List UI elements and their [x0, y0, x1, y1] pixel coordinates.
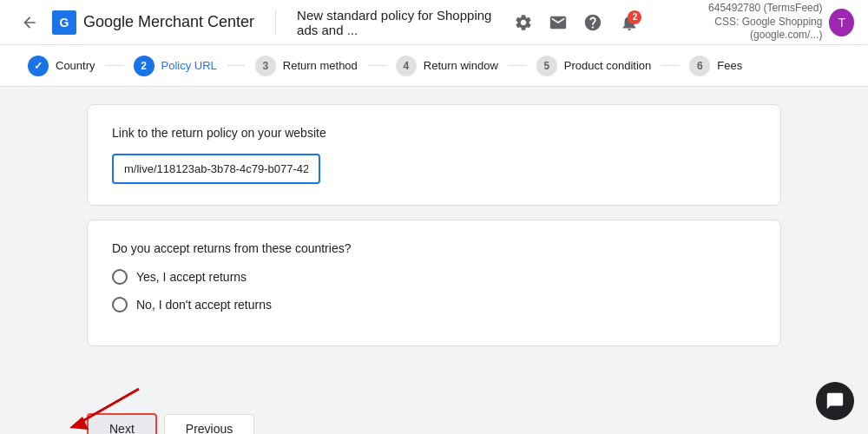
step-3-label: Return method [283, 59, 358, 72]
google-icon: G [52, 10, 76, 35]
header-actions: 2 645492780 (TermsFeed) CSS: Google Shop… [510, 2, 854, 43]
step-4-return-window[interactable]: 4 Return window [385, 45, 509, 86]
account-id: 645492780 (TermsFeed) [659, 2, 822, 16]
previous-button[interactable]: Previous [164, 414, 254, 434]
accept-returns-option[interactable]: Yes, I accept returns [112, 269, 756, 285]
policy-url-input[interactable] [112, 154, 320, 184]
step-3-circle: 3 [255, 56, 276, 76]
step-4-circle: 4 [396, 56, 417, 76]
accept-returns-label: Yes, I accept returns [136, 270, 247, 284]
step-6-label: Fees [717, 59, 742, 72]
step-1-circle: ✓ [28, 56, 49, 76]
accept-returns-radio[interactable] [112, 269, 128, 285]
returns-card: Do you accept returns from these countri… [87, 220, 781, 346]
step-2-circle: 2 [134, 56, 155, 76]
step-2-label: Policy URL [161, 59, 217, 72]
stepper: ✓ Country 2 Policy URL 3 Return method 4… [0, 45, 868, 87]
main-content: Link to the return policy on your websit… [0, 87, 868, 406]
policy-url-card: Link to the return policy on your websit… [87, 104, 781, 206]
policy-url-card-title: Link to the return policy on your websit… [112, 126, 756, 140]
account-text: 645492780 (TermsFeed) CSS: Google Shoppi… [659, 2, 822, 43]
step-sep-1 [106, 65, 123, 66]
chat-button[interactable] [816, 382, 854, 420]
step-3-return-method[interactable]: 3 Return method [245, 45, 368, 86]
svg-text:G: G [60, 16, 69, 30]
step-2-policy-url[interactable]: 2 Policy URL [123, 45, 227, 86]
app-name-label: Google Merchant Center [83, 13, 254, 31]
back-button[interactable] [14, 7, 45, 38]
step-6-fees[interactable]: 6 Fees [679, 45, 753, 86]
svg-marker-3 [69, 417, 89, 430]
step-sep-4 [509, 65, 526, 66]
app-header: G Google Merchant Center New standard po… [0, 0, 868, 45]
notification-badge: 2 [628, 10, 641, 24]
page-title: New standard policy for Shopping ads and… [297, 8, 510, 37]
step-sep-3 [368, 65, 385, 66]
step-sep-2 [227, 65, 245, 66]
account-sub: CSS: Google Shopping (google.com/...) [659, 16, 822, 43]
header-divider [275, 10, 276, 35]
step-1-country[interactable]: ✓ Country [17, 45, 106, 86]
step-5-circle: 5 [536, 56, 557, 76]
account-info: 645492780 (TermsFeed) CSS: Google Shoppi… [659, 2, 854, 43]
avatar[interactable]: T [829, 9, 854, 36]
no-returns-radio[interactable] [112, 297, 128, 312]
mail-button[interactable] [544, 7, 572, 38]
step-5-product-condition[interactable]: 5 Product condition [526, 45, 661, 86]
no-returns-label: No, I don't accept returns [136, 298, 272, 312]
step-6-circle: 6 [689, 56, 710, 76]
step-1-label: Country [56, 59, 95, 72]
step-5-label: Product condition [564, 59, 651, 72]
help-button[interactable] [579, 7, 607, 38]
step-sep-5 [661, 65, 679, 66]
returns-question: Do you accept returns from these countri… [112, 241, 756, 255]
app-logo: G Google Merchant Center [52, 10, 254, 35]
settings-button[interactable] [510, 7, 537, 38]
step-4-label: Return window [424, 59, 498, 72]
next-button[interactable]: Next [87, 413, 157, 434]
actions-area: Next Previous [0, 406, 868, 434]
no-returns-option[interactable]: No, I don't accept returns [112, 297, 756, 312]
notifications-wrapper: 2 [614, 7, 645, 38]
